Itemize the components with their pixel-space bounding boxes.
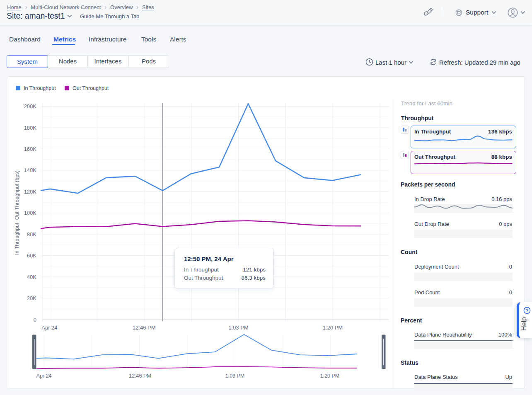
svg-text:40K: 40K xyxy=(27,274,36,280)
svg-text:Apr 24: Apr 24 xyxy=(36,373,52,379)
svg-text:In Throughput, Out Throughput: In Throughput, Out Throughput (bps) xyxy=(14,170,20,255)
svg-text:180K: 180K xyxy=(24,125,37,131)
svg-text:20K: 20K xyxy=(27,295,36,301)
svg-text:1:03 PM: 1:03 PM xyxy=(225,373,245,379)
svg-text:1:20 PM: 1:20 PM xyxy=(320,373,340,379)
svg-text:0: 0 xyxy=(34,317,36,323)
svg-text:100K: 100K xyxy=(24,210,37,216)
svg-text:1:20 PM: 1:20 PM xyxy=(323,325,343,331)
svg-text:200K: 200K xyxy=(24,103,37,109)
svg-text:12:46 PM: 12:46 PM xyxy=(129,373,151,379)
svg-text:12:46 PM: 12:46 PM xyxy=(133,325,156,331)
svg-text:160K: 160K xyxy=(24,146,37,152)
svg-text:?: ? xyxy=(526,308,529,313)
svg-text:60K: 60K xyxy=(27,252,36,259)
svg-text:1:03 PM: 1:03 PM xyxy=(228,325,248,331)
svg-text:120K: 120K xyxy=(24,189,37,195)
svg-text:80K: 80K xyxy=(27,231,36,237)
svg-text:Apr 24: Apr 24 xyxy=(41,325,57,331)
svg-text:140K: 140K xyxy=(24,167,37,173)
